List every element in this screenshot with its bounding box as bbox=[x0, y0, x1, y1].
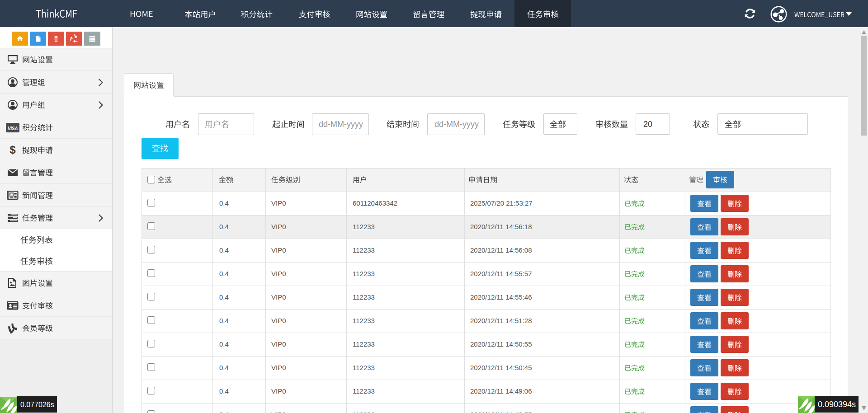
svg-text:VISA: VISA bbox=[8, 126, 18, 131]
svg-text:$: $ bbox=[9, 145, 16, 155]
